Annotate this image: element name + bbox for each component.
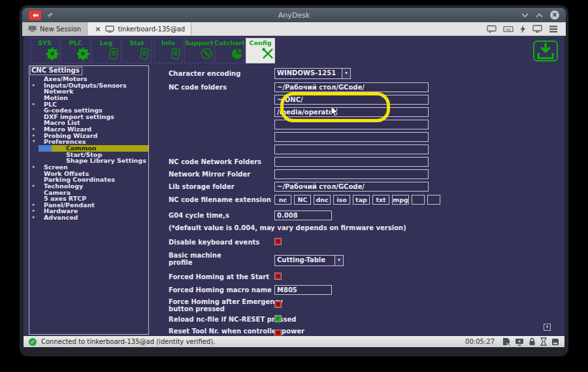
- toolbar-support-label: Support: [185, 39, 213, 46]
- actions-lightning-icon[interactable]: [520, 25, 526, 33]
- display-settings-icon[interactable]: [532, 25, 542, 33]
- extension-input-8[interactable]: [412, 195, 425, 205]
- reset-tool-nr-label: Reset Tool Nr. when controller power: [169, 328, 304, 335]
- nc-network-folders-label: NC code Network Folders: [169, 158, 261, 165]
- chat-icon[interactable]: [487, 25, 497, 33]
- toolbar-sys-label: SYS: [38, 39, 52, 46]
- extension-input-4[interactable]: iso: [333, 195, 350, 205]
- chevron-down-icon[interactable]: ▾: [33, 139, 35, 145]
- phone-icon: [185, 46, 214, 53]
- toolbar-cutchart-label: Cutchart: [214, 39, 244, 46]
- extension-input-7[interactable]: mpg: [392, 195, 409, 205]
- pie-chart-icon: [216, 46, 244, 53]
- anydesk-window: AnyDesk × New Session × tinkerboard-135@…: [20, 5, 568, 356]
- chevron-right-icon[interactable]: ▸: [33, 82, 35, 89]
- nc-folder-input-3[interactable]: /media/operator: [274, 107, 429, 117]
- character-encoding-select[interactable]: WINDOWS-1251: [274, 68, 351, 79]
- status-bar: ✓ Connected to tinkerboard-135@ad (ident…: [24, 336, 564, 347]
- extension-input-6[interactable]: txt: [372, 195, 389, 205]
- extension-input-1[interactable]: nc: [274, 195, 291, 205]
- basic-machine-profile-select[interactable]: Cutting-Table: [274, 255, 344, 266]
- file-transfer-icon[interactable]: [502, 337, 510, 346]
- character-encoding-value: WINDOWS-1251: [275, 69, 342, 78]
- basic-machine-profile-label: Basic machine profile: [169, 252, 229, 266]
- toolbar-cutchart-button[interactable]: Cutchart: [215, 38, 244, 63]
- settings-tree: CNC Settings Axes/Motors ▸Inputs/Outputs…: [29, 65, 149, 335]
- force-homing-emergency-checkbox[interactable]: [274, 301, 282, 308]
- tab-close-icon[interactable]: ×: [93, 25, 102, 33]
- connection-ok-icon: ✓: [29, 338, 37, 346]
- document-icon: [154, 46, 183, 53]
- nc-folder-input-2[interactable]: ~/DNC/: [274, 95, 429, 105]
- keyboard-icon[interactable]: [503, 25, 514, 33]
- toolbar-plc-button[interactable]: PLC: [61, 38, 90, 63]
- chevron-right-icon[interactable]: ▸: [33, 101, 35, 108]
- storage-icon[interactable]: [551, 338, 559, 346]
- extension-input-5[interactable]: tap: [353, 195, 370, 205]
- menu-icon[interactable]: [549, 25, 558, 33]
- toolbar-info-label: Info: [161, 39, 175, 46]
- firmware-note: (*default value is 0.004, may vary depen…: [169, 224, 406, 231]
- tools-icon: [246, 46, 275, 53]
- chevron-right-icon[interactable]: ▸: [33, 214, 35, 221]
- nc-folder-input-1[interactable]: ~/Рабочий стол/GCode/: [274, 82, 429, 92]
- forced-homing-macro-input[interactable]: M805: [274, 285, 332, 295]
- tab-new-session[interactable]: New Session: [22, 22, 88, 35]
- toolbar-support-button[interactable]: Support: [184, 38, 214, 63]
- window-title: AnyDesk: [22, 11, 566, 20]
- nc-folder-input-4[interactable]: [274, 120, 429, 129]
- lib-storage-folder-label: Lib storage folder: [169, 183, 235, 190]
- character-encoding-label: Character encoding: [169, 70, 240, 77]
- close-button[interactable]: ×: [550, 10, 559, 20]
- toolbar-log-button[interactable]: Log: [91, 38, 121, 63]
- filename-extension-row: nc NC dnc iso tap txt mpg: [274, 195, 440, 205]
- extension-input-2[interactable]: NC: [294, 195, 311, 205]
- chevron-right-icon[interactable]: ▸: [33, 133, 35, 139]
- basic-machine-profile-value: Cutting-Table: [275, 256, 335, 265]
- toolbar-stat-button[interactable]: Stat: [122, 38, 152, 63]
- reset-tool-nr-checkbox[interactable]: [274, 330, 282, 336]
- g04-cycle-time-label: G04 cycle time,s: [169, 212, 229, 219]
- toolbar-config-button[interactable]: Config: [246, 38, 275, 63]
- download-button[interactable]: [531, 39, 560, 63]
- chevron-right-icon[interactable]: ▸: [33, 183, 35, 190]
- chevron-down-icon[interactable]: [342, 69, 350, 78]
- nc-folder-input-5[interactable]: [274, 132, 429, 142]
- document-icon: [92, 46, 121, 53]
- chevron-right-icon[interactable]: ▸: [33, 208, 35, 214]
- nc-network-folders-input[interactable]: [274, 157, 429, 167]
- disable-keyboard-checkbox[interactable]: [274, 238, 282, 245]
- tab-session[interactable]: × tinkerboard-135@ad: [88, 22, 191, 35]
- session-timer: 00:05:27: [465, 338, 495, 345]
- lib-storage-folder-input[interactable]: ~/Рабочий стол/GCode/: [274, 182, 429, 192]
- maximize-button[interactable]: [536, 13, 543, 18]
- gear-icon: [31, 46, 59, 53]
- toolbar-plc-label: PLC: [69, 39, 82, 46]
- network-mirror-folder-input[interactable]: [274, 169, 429, 179]
- download-icon: [532, 40, 559, 62]
- scroll-down-button[interactable]: [544, 324, 551, 331]
- force-homing-emergency-label: Force Homing after Emergency button pres…: [169, 298, 285, 313]
- hourglass-icon[interactable]: [540, 337, 547, 346]
- reload-ncfile-checkbox[interactable]: [274, 315, 282, 322]
- chevron-right-icon[interactable]: ▸: [33, 164, 35, 171]
- toolbar-info-button[interactable]: Info: [154, 38, 183, 63]
- tree-item-advanced[interactable]: ▸Advanced: [29, 214, 148, 221]
- forced-homing-start-checkbox[interactable]: [274, 273, 282, 280]
- titlebar: AnyDesk ×: [22, 8, 566, 22]
- chevron-right-icon[interactable]: ▸: [33, 126, 35, 133]
- nc-folder-input-6[interactable]: [274, 144, 429, 154]
- chevron-down-icon[interactable]: [335, 256, 343, 265]
- chevron-right-icon[interactable]: ▸: [33, 202, 35, 209]
- extension-input-3[interactable]: dnc: [314, 195, 331, 205]
- document-icon: [123, 46, 152, 53]
- tree-root[interactable]: CNC Settings: [30, 67, 82, 75]
- tab-new-session-label: New Session: [40, 25, 81, 33]
- tab-session-label: tinkerboard-135@ad: [118, 25, 185, 33]
- toolbar-sys-button[interactable]: SYS: [30, 38, 59, 63]
- session-recording-icon[interactable]: [515, 338, 524, 346]
- g04-cycle-time-input[interactable]: 0.008: [274, 211, 332, 220]
- minimize-button[interactable]: [521, 13, 529, 18]
- lock-icon[interactable]: [529, 337, 536, 346]
- extension-input-9[interactable]: [427, 195, 440, 205]
